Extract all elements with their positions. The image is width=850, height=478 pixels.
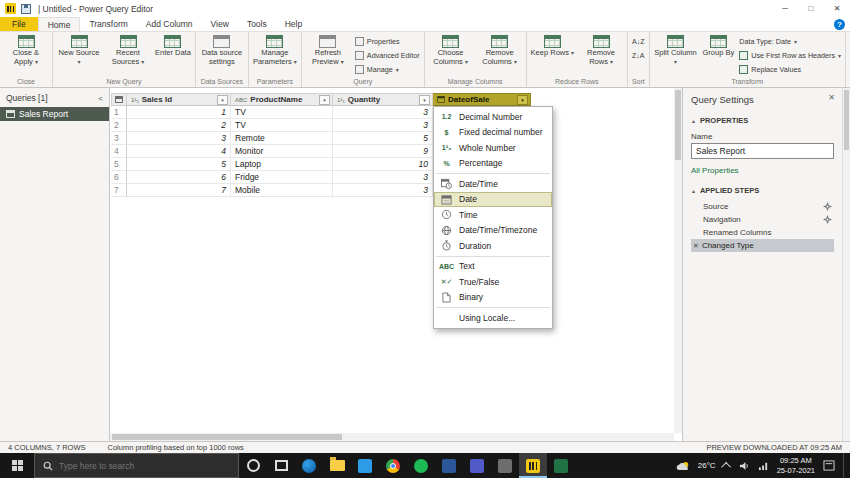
notification-center-icon[interactable] [823, 460, 835, 471]
app-button[interactable] [491, 453, 519, 478]
data-source-settings-button[interactable]: Data source settings [198, 33, 246, 67]
cell-quantity[interactable]: 3 [333, 171, 433, 184]
use-first-row-as-headers-button[interactable]: Use First Row as Headers ▾ [737, 49, 843, 62]
cell-quantity[interactable]: 3 [333, 106, 433, 119]
gear-icon[interactable] [823, 215, 832, 224]
filter-button[interactable]: ▾ [319, 95, 330, 105]
cell-sales-id[interactable]: 2 [127, 119, 231, 132]
tab-help[interactable]: Help [276, 17, 311, 31]
tab-file[interactable]: File [0, 17, 38, 31]
cell-product[interactable]: Mobile [231, 184, 333, 197]
tab-transform[interactable]: Transform [80, 17, 136, 31]
table-row[interactable]: 7 7 Mobile 3 [111, 184, 674, 197]
properties-button[interactable]: Properties [353, 35, 422, 48]
delete-step-icon[interactable]: ✕ [693, 242, 699, 250]
table-row[interactable]: 2 2 TV 3 [111, 119, 674, 132]
step-source[interactable]: Source [691, 200, 834, 213]
step-renamed-columns[interactable]: Renamed Columns [691, 226, 834, 239]
table-row[interactable]: 1 1 TV 3 [111, 106, 674, 119]
collapse-panel-icon[interactable]: < [98, 94, 103, 103]
menu-item-whole-number[interactable]: 1²₃ Whole Number [434, 140, 552, 156]
menu-item-binary[interactable]: Binary [434, 290, 552, 306]
sort-ascending-button[interactable]: A↓Z [630, 35, 646, 48]
taskbar-search[interactable] [34, 453, 239, 478]
filter-button[interactable]: ▾ [517, 95, 528, 105]
replace-values-button[interactable]: Replace Values [737, 63, 843, 76]
menu-item-date-time[interactable]: Date/Time [434, 176, 552, 192]
cell-product[interactable]: Monitor [231, 145, 333, 158]
menu-item-duration[interactable]: Duration [434, 238, 552, 254]
start-button[interactable] [0, 453, 34, 478]
menu-item-decimal-number[interactable]: 1.2 Decimal Number [434, 109, 552, 125]
cell-quantity[interactable]: 3 [333, 119, 433, 132]
show-hidden-icons-chevron[interactable] [721, 462, 731, 472]
panel-scrollbar[interactable] [842, 88, 850, 441]
cell-sales-id[interactable]: 7 [127, 184, 231, 197]
table-row[interactable]: 5 5 Laptop 10 [111, 158, 674, 171]
column-header-quantity[interactable]: 1²₃ Quantity ▾ [333, 93, 433, 106]
step-navigation[interactable]: Navigation [691, 213, 834, 226]
keep-rows-button[interactable]: Keep Rows ▾ [529, 33, 576, 59]
date-type-icon[interactable] [437, 95, 445, 104]
column-header-productname[interactable]: ABC ProductName ▾ [231, 93, 333, 106]
new-source-button[interactable]: New Source ▾ [55, 33, 103, 67]
tab-view[interactable]: View [202, 17, 238, 31]
mail-button[interactable] [351, 453, 379, 478]
query-name-input[interactable] [691, 143, 834, 159]
split-column-button[interactable]: Split Column ▾ [652, 33, 700, 67]
cell-quantity[interactable]: 10 [333, 158, 433, 171]
sort-descending-button[interactable]: Z↓A [630, 49, 646, 62]
refresh-preview-button[interactable]: Refresh Preview ▾ [304, 33, 352, 67]
panel-scrollbar-thumb[interactable] [844, 90, 849, 150]
gear-icon[interactable] [823, 202, 832, 211]
temperature-label[interactable]: 26°C [698, 461, 716, 470]
maximize-button[interactable]: □ [798, 0, 824, 17]
task-view-button[interactable] [267, 453, 295, 478]
table-row[interactable]: 4 4 Monitor 9 [111, 145, 674, 158]
vertical-scrollbar-thumb[interactable] [675, 90, 681, 160]
data-type-button[interactable]: Data Type: Date ▾ [737, 35, 843, 48]
recent-sources-button[interactable]: Recent Sources ▾ [104, 33, 152, 67]
cell-sales-id[interactable]: 6 [127, 171, 231, 184]
spotify-button[interactable] [407, 453, 435, 478]
manage-button[interactable]: Manage ▾ [353, 63, 422, 76]
cell-product[interactable]: Laptop [231, 158, 333, 171]
menu-item-true-false[interactable]: ✕✓ True/False [434, 274, 552, 290]
help-icon[interactable]: ? [834, 19, 845, 30]
close-window-button[interactable]: ✕ [824, 0, 850, 17]
show-desktop-button[interactable] [843, 453, 847, 478]
tab-tools[interactable]: Tools [238, 17, 276, 31]
cell-product[interactable]: Fridge [231, 171, 333, 184]
text-type-icon[interactable]: ABC [235, 97, 247, 103]
cell-product[interactable]: TV [231, 106, 333, 119]
manage-parameters-button[interactable]: Manage Parameters ▾ [251, 33, 299, 67]
table-row[interactable]: 3 3 Remote 5 [111, 132, 674, 145]
advanced-editor-button[interactable]: Advanced Editor [353, 49, 422, 62]
vertical-scrollbar[interactable] [674, 88, 682, 433]
whole-number-type-icon[interactable]: 1²₃ [337, 97, 345, 103]
menu-item-fixed-decimal[interactable]: $ Fixed decimal number [434, 125, 552, 141]
cell-quantity[interactable]: 5 [333, 132, 433, 145]
filter-button[interactable]: ▾ [217, 95, 228, 105]
cell-sales-id[interactable]: 5 [127, 158, 231, 171]
query-list-item-sales-report[interactable]: Sales Report [0, 107, 109, 121]
table-row[interactable]: 6 6 Fridge 3 [111, 171, 674, 184]
whole-number-type-icon[interactable]: 1²₃ [131, 97, 139, 103]
teams-button[interactable] [463, 453, 491, 478]
search-input[interactable] [59, 461, 209, 471]
choose-columns-button[interactable]: Choose Columns ▾ [427, 33, 475, 67]
cell-sales-id[interactable]: 1 [127, 106, 231, 119]
group-by-button[interactable]: Group By [701, 33, 737, 59]
menu-item-using-locale[interactable]: Using Locale... [434, 310, 552, 326]
close-panel-icon[interactable]: ✕ [828, 93, 835, 102]
cell-quantity[interactable]: 3 [333, 184, 433, 197]
cell-product[interactable]: TV [231, 119, 333, 132]
properties-section-header[interactable]: ▲ PROPERTIES [691, 116, 834, 125]
file-explorer-button[interactable] [323, 453, 351, 478]
chrome-button[interactable] [379, 453, 407, 478]
menu-item-date[interactable]: Date [434, 192, 552, 208]
menu-item-percentage[interactable]: % Percentage [434, 156, 552, 172]
word-button[interactable] [435, 453, 463, 478]
enter-data-button[interactable]: Enter Data [153, 33, 193, 59]
cell-sales-id[interactable]: 3 [127, 132, 231, 145]
